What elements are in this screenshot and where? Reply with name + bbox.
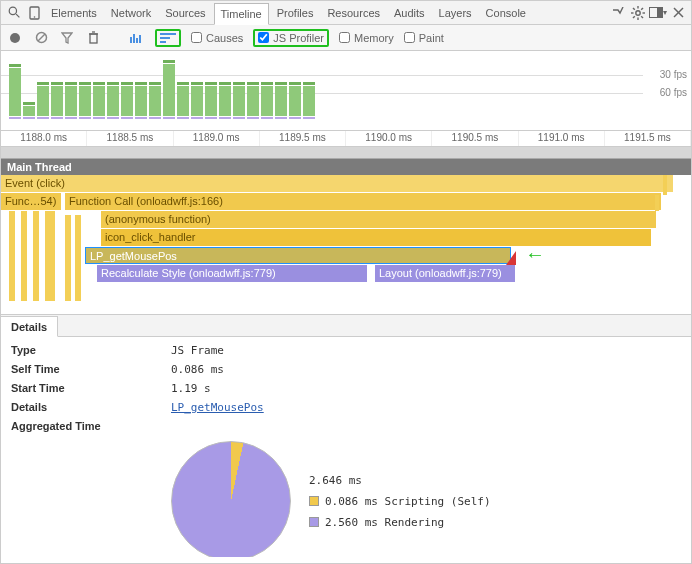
trash-icon[interactable]: [85, 30, 101, 46]
svg-rect-29: [160, 41, 166, 43]
legend-total: 2.646 ms: [309, 474, 491, 487]
search-icon[interactable]: [5, 4, 23, 22]
js-profiler-checkbox-group[interactable]: JS Profiler: [258, 32, 324, 44]
thread-header: Main Thread: [1, 159, 691, 175]
paint-label: Paint: [419, 32, 444, 44]
paint-checkbox[interactable]: [404, 32, 415, 43]
time-ruler[interactable]: 1188.0 ms 1188.5 ms 1189.0 ms 1189.5 ms …: [1, 131, 691, 147]
pie-legend: 2.646 ms 0.086 ms Scripting (Self) 2.560…: [309, 474, 491, 529]
overview-bar: [289, 86, 301, 116]
tab-elements[interactable]: Elements: [45, 3, 103, 23]
legend-rendering: 2.560 ms Rendering: [309, 516, 491, 529]
svg-line-10: [641, 16, 643, 18]
filter-icon[interactable]: [59, 30, 75, 46]
detail-label: Self Time: [11, 363, 171, 376]
warning-triangle-icon: [506, 251, 516, 265]
svg-rect-24: [133, 34, 135, 43]
fps-60-label: 60 fps: [660, 87, 687, 98]
ruler-tick: 1190.0 ms: [346, 131, 432, 146]
svg-line-12: [633, 16, 635, 18]
fps-30-label: 30 fps: [660, 69, 687, 80]
tab-audits[interactable]: Audits: [388, 3, 431, 23]
tab-sources[interactable]: Sources: [159, 3, 211, 23]
flame-view-icon: [160, 32, 176, 44]
overview-bar: [51, 86, 63, 116]
flame-view-highlighted[interactable]: [155, 29, 181, 47]
ruler-tick: 1188.5 ms: [87, 131, 173, 146]
svg-point-4: [636, 10, 640, 14]
overview-bar: [247, 86, 259, 116]
flame-icon-click[interactable]: icon_click_handler: [101, 229, 651, 246]
ruler-tick: 1191.0 ms: [519, 131, 605, 146]
memory-checkbox[interactable]: [339, 32, 350, 43]
overview-scrubber[interactable]: [1, 147, 691, 159]
detail-label: Start Time: [11, 382, 171, 395]
record-icon[interactable]: [7, 30, 23, 46]
causes-checkbox[interactable]: [191, 32, 202, 43]
overview-bar: [177, 86, 189, 116]
device-icon[interactable]: [25, 4, 43, 22]
overview-bar: [37, 86, 49, 116]
flame-layout[interactable]: Layout (onloadwff.js:779): [375, 265, 515, 282]
overview-bar: [23, 106, 35, 116]
paint-checkbox-group[interactable]: Paint: [404, 32, 444, 44]
svg-line-9: [633, 8, 635, 10]
overview-bar: [121, 86, 133, 116]
overview-bar: [233, 86, 245, 116]
flame-function-call[interactable]: Function Call (onloadwff.js:166): [65, 193, 661, 210]
memory-checkbox-group[interactable]: Memory: [339, 32, 394, 44]
overview-bars: [9, 60, 315, 116]
tab-profiles[interactable]: Profiles: [271, 3, 320, 23]
flame-event-click[interactable]: Event (click): [1, 175, 673, 192]
js-profiler-highlighted: JS Profiler: [253, 29, 329, 47]
tab-network[interactable]: Network: [105, 3, 157, 23]
svg-rect-23: [130, 37, 132, 43]
flame-func54[interactable]: Func…54): [1, 193, 61, 210]
clear-icon[interactable]: [33, 30, 49, 46]
overview-bar: [79, 86, 91, 116]
dock-icon[interactable]: ▾: [649, 4, 667, 22]
svg-rect-25: [136, 38, 138, 43]
svg-rect-20: [90, 34, 97, 43]
details-tab[interactable]: Details: [1, 316, 58, 337]
flame-chart[interactable]: Event (click) Func…54) Function Call (on…: [1, 175, 691, 315]
overview-chart[interactable]: 30 fps 60 fps: [1, 51, 691, 131]
svg-point-0: [9, 7, 16, 14]
overview-bar: [163, 64, 175, 116]
tab-resources[interactable]: Resources: [321, 3, 386, 23]
details-tabbar: Details: [1, 315, 691, 337]
tab-console[interactable]: Console: [480, 3, 532, 23]
gear-icon[interactable]: [629, 4, 647, 22]
svg-rect-14: [657, 8, 663, 18]
ruler-tick: 1190.5 ms: [432, 131, 518, 146]
timeline-toolbar: Causes JS Profiler Memory Paint: [1, 25, 691, 51]
js-profiler-checkbox[interactable]: [258, 32, 269, 43]
view-bars-icon[interactable]: [129, 30, 145, 46]
flame-anon[interactable]: (anonymous function): [101, 211, 656, 228]
overview-bar: [65, 86, 77, 116]
overview-bar: [275, 86, 287, 116]
flame-recalc-style[interactable]: Recalculate Style (onloadwff.js:779): [97, 265, 367, 282]
drawer-icon[interactable]: [609, 4, 627, 22]
detail-row-type: Type JS Frame: [1, 341, 691, 360]
overview-bar: [261, 86, 273, 116]
causes-label: Causes: [206, 32, 243, 44]
devtools-tabbar: Elements Network Sources Timeline Profil…: [1, 1, 691, 25]
overview-bar: [191, 86, 203, 116]
causes-checkbox-group[interactable]: Causes: [191, 32, 243, 44]
detail-value: 1.19 s: [171, 382, 211, 395]
tab-timeline[interactable]: Timeline: [214, 3, 269, 25]
svg-line-19: [38, 34, 45, 41]
svg-point-17: [10, 33, 20, 43]
detail-label: Details: [11, 401, 171, 414]
detail-value: 0.086 ms: [171, 363, 224, 376]
overview-bar: [135, 86, 147, 116]
detail-link[interactable]: LP_getMousePos: [171, 401, 264, 414]
js-profiler-label: JS Profiler: [273, 32, 324, 44]
svg-rect-27: [160, 33, 176, 35]
tab-layers[interactable]: Layers: [433, 3, 478, 23]
ruler-tick: 1189.0 ms: [174, 131, 260, 146]
close-icon[interactable]: [669, 4, 687, 22]
flame-lp-getmousepos[interactable]: LP_getMousePos: [85, 247, 511, 264]
svg-point-3: [33, 16, 35, 18]
